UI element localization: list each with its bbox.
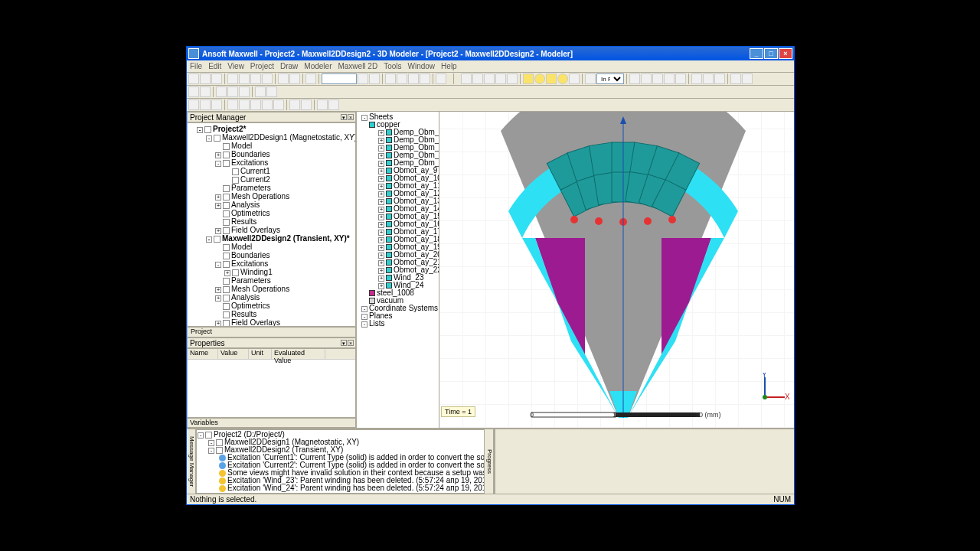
- grid4-icon[interactable]: [420, 73, 430, 84]
- tree-item[interactable]: Results: [189, 217, 354, 226]
- op6-icon[interactable]: [691, 73, 702, 84]
- prop-pin-icon[interactable]: ▾: [341, 340, 347, 346]
- tree-item[interactable]: -Maxwell2DDesign1 (Magnetostatic, XY)*: [189, 133, 354, 142]
- shape-reg-icon[interactable]: [569, 73, 580, 84]
- menu-tools[interactable]: Tools: [384, 62, 401, 70]
- rotate-icon[interactable]: [200, 99, 211, 110]
- op7-icon[interactable]: [703, 73, 714, 84]
- help-cursor-icon[interactable]: [200, 86, 211, 97]
- properties-footer[interactable]: Variables: [187, 418, 356, 428]
- op10-icon[interactable]: [742, 73, 753, 84]
- menu-modeler[interactable]: Modeler: [304, 62, 332, 70]
- select-icon[interactable]: [305, 73, 316, 84]
- tree-item[interactable]: +Boundaries: [189, 150, 354, 158]
- tree-item[interactable]: +Mesh Operations: [189, 285, 354, 293]
- zoomregion-icon[interactable]: [250, 99, 261, 110]
- grid1-icon[interactable]: [385, 73, 396, 84]
- menu-view[interactable]: View: [227, 62, 244, 70]
- tree-item[interactable]: Boundaries: [189, 251, 354, 259]
- tree-item[interactable]: Optimetrics: [189, 302, 354, 310]
- tree-item[interactable]: +Winding1: [189, 268, 354, 276]
- zoomout-icon[interactable]: [239, 99, 250, 110]
- tree-item[interactable]: Parameters: [189, 276, 354, 285]
- shape-rect-icon[interactable]: [523, 73, 534, 84]
- spline-icon[interactable]: [484, 73, 495, 84]
- tree-item[interactable]: +Analysis: [189, 201, 354, 209]
- save-icon[interactable]: [211, 73, 222, 84]
- tree-item[interactable]: Current1: [189, 167, 354, 175]
- tree-item[interactable]: Model: [189, 142, 354, 150]
- model-viewport[interactable]: Time = 1 0 15 30 (mm) Y X: [439, 112, 794, 428]
- tree-item[interactable]: +Mesh Operations: [189, 192, 354, 201]
- project-tree[interactable]: -Project2*-Maxwell2DDesign1 (Magnetostat…: [187, 122, 356, 327]
- point-icon[interactable]: [495, 73, 506, 84]
- op9-icon[interactable]: [730, 73, 741, 84]
- close-button[interactable]: ×: [779, 48, 792, 59]
- shape-circle-icon[interactable]: [534, 73, 545, 84]
- zoomin-icon[interactable]: [227, 99, 238, 110]
- validate-icon[interactable]: [227, 86, 238, 97]
- arc-icon[interactable]: [472, 73, 483, 84]
- shape-poly-icon[interactable]: [546, 73, 557, 84]
- pin-icon[interactable]: ▾: [341, 114, 347, 120]
- op3-icon[interactable]: [652, 73, 663, 84]
- line-icon[interactable]: [461, 73, 472, 84]
- shape-ellipse-icon[interactable]: [557, 73, 568, 84]
- menubar[interactable]: File Edit View Project Draw Modeler Maxw…: [187, 60, 794, 73]
- view5-icon[interactable]: [328, 99, 339, 110]
- analyze-icon[interactable]: [239, 86, 250, 97]
- grid2-icon[interactable]: [397, 73, 407, 84]
- fit-icon[interactable]: [211, 99, 222, 110]
- sheets-tree[interactable]: -Sheetscopper+Demp_Obm_1+Demp_Obm_2+Demp…: [357, 112, 439, 428]
- set2-icon[interactable]: [266, 86, 277, 97]
- grid3-icon[interactable]: [408, 73, 419, 84]
- op5-icon[interactable]: [675, 73, 686, 84]
- menu-help[interactable]: Help: [441, 62, 457, 70]
- cut-icon[interactable]: [227, 73, 238, 84]
- menu-window[interactable]: Window: [408, 62, 436, 70]
- tree-item[interactable]: Model: [189, 243, 354, 251]
- progress-tab[interactable]: Progress: [485, 429, 494, 494]
- plane-select[interactable]: In Plane: [596, 73, 624, 84]
- project-tab[interactable]: Project: [187, 327, 356, 337]
- op2-icon[interactable]: [641, 73, 652, 84]
- tree-item[interactable]: +Analysis: [189, 293, 354, 302]
- axis-icon[interactable]: [585, 73, 596, 84]
- sheet-item[interactable]: -Lists: [358, 320, 437, 328]
- menu-draw[interactable]: Draw: [280, 62, 298, 70]
- poly-icon[interactable]: [507, 73, 518, 84]
- new-icon[interactable]: [188, 73, 199, 84]
- op8-icon[interactable]: [714, 73, 725, 84]
- world-icon[interactable]: [216, 86, 227, 97]
- msg-item[interactable]: Excitation 'Wind_24': Parent winding has…: [198, 484, 483, 492]
- menu-project[interactable]: Project: [250, 62, 274, 70]
- prop-col-value[interactable]: Value: [218, 349, 249, 359]
- view2-icon[interactable]: [289, 99, 300, 110]
- prop-col-eval[interactable]: Evaluated Value: [272, 349, 325, 359]
- measure-icon[interactable]: [369, 73, 380, 84]
- open-icon[interactable]: [200, 73, 211, 84]
- scope-combo[interactable]: [322, 73, 357, 84]
- maximize-button[interactable]: □: [764, 48, 778, 59]
- zoom-icon[interactable]: [436, 73, 446, 84]
- undo-icon[interactable]: [278, 73, 289, 84]
- prop-col-name[interactable]: Name: [188, 349, 218, 359]
- titlebar[interactable]: Ansoft Maxwell - Project2 - Maxwell2DDes…: [187, 47, 794, 60]
- view3-icon[interactable]: [301, 99, 312, 110]
- tree-item[interactable]: -Project2*: [189, 125, 354, 133]
- redo-icon[interactable]: [289, 73, 300, 84]
- paste-icon[interactable]: [250, 73, 261, 84]
- tree-item[interactable]: Optimetrics: [189, 209, 354, 217]
- view1-icon[interactable]: [273, 99, 284, 110]
- tree-item[interactable]: +Field Overlays: [189, 318, 354, 327]
- minimize-button[interactable]: _: [750, 48, 763, 59]
- message-manager[interactable]: -Project2 (D:/Project/)-Maxwell2DDesign1…: [196, 429, 485, 494]
- copy-icon[interactable]: [239, 73, 250, 84]
- op1-icon[interactable]: [629, 73, 640, 84]
- prop-close-icon[interactable]: ×: [348, 340, 354, 346]
- tree-item[interactable]: -Excitations: [189, 158, 354, 167]
- tree-item[interactable]: Parameters: [189, 184, 354, 192]
- properties-table[interactable]: Name Value Unit Evaluated Value: [187, 348, 356, 418]
- menu-file[interactable]: File: [190, 62, 202, 70]
- filter-icon[interactable]: [358, 73, 368, 84]
